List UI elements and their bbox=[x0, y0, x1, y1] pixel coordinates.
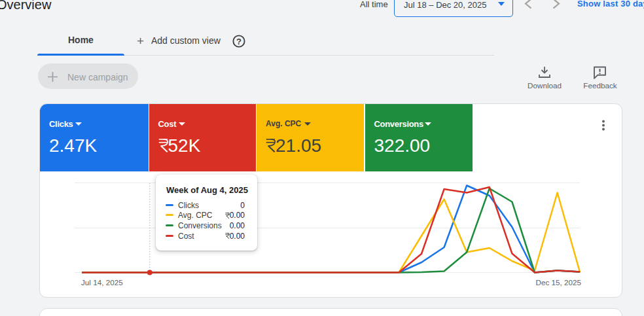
svg-text:?: ? bbox=[236, 37, 241, 46]
